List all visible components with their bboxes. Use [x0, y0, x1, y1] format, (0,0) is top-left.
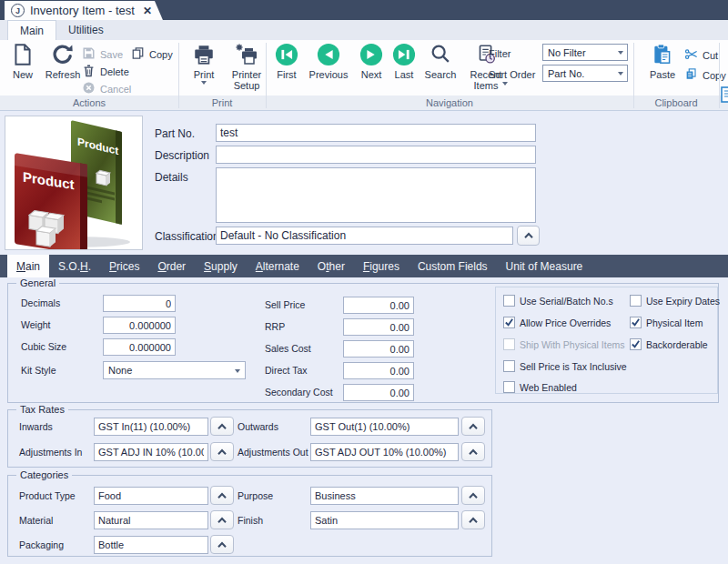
- close-icon[interactable]: ✕: [143, 5, 152, 17]
- filter-combobox[interactable]: No Filter: [542, 44, 628, 61]
- page-tab-figures[interactable]: Figures: [354, 255, 409, 277]
- checkbox-box-icon: [503, 381, 515, 393]
- page-tab-order[interactable]: Order: [148, 255, 195, 277]
- page-tab-other[interactable]: Other: [308, 255, 354, 277]
- inwards-input[interactable]: [94, 418, 208, 436]
- rrp-input[interactable]: [343, 318, 414, 336]
- refresh-button[interactable]: Refresh: [42, 43, 84, 80]
- checkbox-box-icon: [630, 338, 642, 350]
- delete-button[interactable]: Delete: [82, 64, 129, 79]
- paste-button[interactable]: Paste: [642, 43, 682, 80]
- finish-lookup-button[interactable]: [461, 510, 485, 529]
- sell-price-label: Sell Price: [265, 299, 305, 310]
- main-tab-content: General Decimals Weight Cubic Size Kit S…: [0, 277, 728, 564]
- inventory-item-window: J Inventory Item - test ✕ Main Utilities…: [0, 0, 728, 564]
- new-document-icon: [11, 43, 35, 68]
- sales-cost-input[interactable]: [343, 340, 414, 358]
- page-tab-main[interactable]: Main: [7, 255, 49, 277]
- document-tab-inventory-item[interactable]: J Inventory Item - test ✕: [5, 1, 163, 20]
- decimals-input[interactable]: [103, 295, 176, 312]
- ribbon-tab-row: Main Utilities: [0, 20, 728, 40]
- product-type-lookup-button[interactable]: [210, 486, 234, 505]
- page-tab-unit-of-measure[interactable]: Unit of Measure: [497, 255, 592, 277]
- classification-label: Classification: [155, 230, 219, 243]
- sell-price-input[interactable]: [343, 297, 414, 314]
- details-textarea[interactable]: [216, 167, 536, 223]
- chevron-up-icon: [217, 541, 228, 549]
- copy-button[interactable]: Copy: [131, 46, 173, 62]
- kit-style-combobox[interactable]: None: [103, 361, 246, 379]
- purpose-input[interactable]: [310, 487, 459, 505]
- finish-input[interactable]: [310, 511, 459, 529]
- first-button[interactable]: First: [269, 43, 304, 80]
- adjustments-in-input[interactable]: [94, 443, 208, 461]
- product-type-input[interactable]: [94, 487, 208, 505]
- packaging-lookup-button[interactable]: [210, 535, 234, 554]
- page-tab-prices[interactable]: Prices: [100, 255, 148, 277]
- printer-icon: [192, 43, 216, 68]
- previous-button[interactable]: Previous: [304, 43, 353, 80]
- checkbox-web-enabled[interactable]: Web Enabled: [503, 381, 577, 393]
- next-button[interactable]: Next: [355, 43, 388, 80]
- checkbox-sell-price-is-tax-inclusive[interactable]: Sell Price is Tax Inclusive: [503, 360, 627, 372]
- checkbox-use-expiry-dates[interactable]: Use Expiry Dates: [630, 295, 720, 307]
- material-lookup-button[interactable]: [210, 510, 234, 529]
- last-button[interactable]: Last: [389, 43, 419, 80]
- adjustments-out-input[interactable]: [310, 443, 459, 461]
- printer-setup-button[interactable]: Printer Setup: [224, 43, 269, 91]
- adjustments-out-lookup-button[interactable]: [461, 442, 485, 461]
- checkbox-physical-item[interactable]: Physical Item: [630, 317, 703, 328]
- cut-button[interactable]: Cut: [684, 47, 718, 63]
- new-button[interactable]: New: [4, 43, 42, 80]
- weight-input[interactable]: [103, 317, 176, 334]
- chevron-up-icon: [468, 517, 479, 524]
- checkbox-ship-with-physical-items[interactable]: Ship With Physical Items: [503, 338, 625, 350]
- cubic-size-label: Cubic Size: [21, 341, 66, 352]
- ribbon-tab-utilities[interactable]: Utilities: [56, 20, 116, 39]
- paste-clipboard-icon: [651, 43, 674, 68]
- ribbon-tab-main[interactable]: Main: [7, 20, 56, 41]
- next-record-icon: [359, 43, 383, 68]
- tax-rates-caption: Tax Rates: [16, 404, 68, 415]
- kit-style-caret-icon: [235, 369, 240, 373]
- save-button[interactable]: Save: [82, 46, 123, 62]
- checkbox-box-icon: [503, 295, 515, 307]
- categories-groupbox: Categories Product Type Purpose Material…: [7, 475, 492, 557]
- checkbox-allow-price-overrides[interactable]: Allow Price Overrides: [503, 317, 611, 328]
- packaging-input[interactable]: [94, 536, 208, 554]
- classification-lookup-button[interactable]: [517, 226, 540, 246]
- cancel-button[interactable]: Cancel: [82, 81, 131, 96]
- checkbox-use-serial-batch-no-s[interactable]: Use Serial/Batch No.s: [503, 295, 613, 307]
- direct-tax-input[interactable]: [343, 362, 414, 379]
- search-icon: [429, 43, 452, 68]
- checkbox-backorderable[interactable]: Backorderable: [630, 338, 708, 350]
- material-input[interactable]: [94, 511, 208, 529]
- recent-items-dropdown-caret-icon: [502, 82, 508, 86]
- product-image[interactable]: Product Product: [5, 116, 143, 250]
- item-flags-panel: Use Serial/Batch No.sAllow Price Overrid…: [495, 287, 718, 394]
- purpose-lookup-button[interactable]: [461, 486, 485, 505]
- page-tab-supply[interactable]: Supply: [195, 255, 247, 277]
- secondary-cost-input[interactable]: [343, 384, 414, 401]
- actions-group-label: Actions: [0, 97, 178, 108]
- chevron-up-icon: [523, 232, 534, 239]
- print-button[interactable]: Print: [186, 43, 222, 85]
- page-tab-s-o-h[interactable]: S.O.H.: [49, 255, 100, 277]
- clipboard-group-label: Clipboard: [633, 97, 719, 108]
- outwards-input[interactable]: [310, 418, 459, 436]
- chevron-up-icon: [468, 492, 479, 499]
- weight-label: Weight: [21, 319, 51, 330]
- cubic-size-input[interactable]: [103, 338, 176, 356]
- description-input[interactable]: [216, 146, 536, 164]
- part-no-input[interactable]: [216, 124, 536, 142]
- checkbox-box-icon: [630, 317, 642, 328]
- adjustments-in-lookup-button[interactable]: [210, 442, 234, 461]
- page-tab-custom-fields[interactable]: Custom Fields: [409, 255, 497, 277]
- classification-input[interactable]: [216, 227, 513, 245]
- search-button[interactable]: Search: [420, 43, 460, 80]
- checkbox-box-icon: [503, 317, 515, 328]
- outwards-lookup-button[interactable]: [461, 417, 485, 436]
- inwards-lookup-button[interactable]: [210, 417, 234, 436]
- sort-order-combobox[interactable]: Part No.: [542, 65, 628, 82]
- page-tab-alternate[interactable]: Alternate: [247, 255, 308, 277]
